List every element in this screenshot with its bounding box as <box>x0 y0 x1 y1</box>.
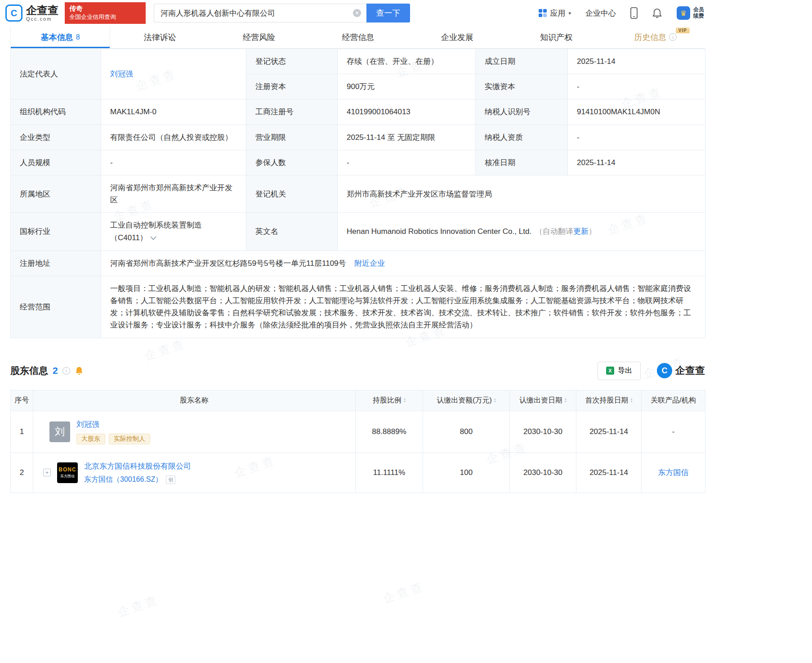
nearby-companies-link[interactable]: 附近企业 <box>354 259 385 268</box>
notification-bell-icon[interactable] <box>652 8 662 19</box>
shareholders-title: 股东信息 <box>10 364 48 377</box>
col-first-hold-date[interactable]: 首次持股日期▴▾ <box>576 390 642 411</box>
col-subscribe-date[interactable]: 认缴出资日期▴▾ <box>510 390 576 411</box>
tab-intellectual-property[interactable]: 知识产权 <box>507 26 606 48</box>
table-row-shareholder-1: 1 刘 刘冠强 大股东 实际控制人 88.8889% 800 <box>11 411 705 452</box>
label-company-type: 企业类型 <box>11 125 101 150</box>
sort-icon[interactable]: ▴▾ <box>565 398 567 403</box>
shareholders-count: 2 <box>53 365 58 376</box>
label-insured-count: 参保人数 <box>246 150 338 175</box>
shareholders-info-icon[interactable]: i <box>62 367 70 375</box>
qcc-stamp-icon: C <box>657 363 672 378</box>
apps-label: 应用 <box>550 8 565 18</box>
tab-history-info[interactable]: VIP 历史信息 i <box>606 26 705 48</box>
legal-rep-link[interactable]: 刘冠强 <box>110 70 133 78</box>
value-reg-capital: 900万元 <box>338 74 476 99</box>
vip-text-line1: 会员 <box>693 7 704 13</box>
vip-renewal-button[interactable]: ♛ 会员 续费 <box>677 6 704 20</box>
amount-cell: 100 <box>423 452 510 493</box>
watermark-text: 企查查 <box>143 336 188 364</box>
table-row: 企业类型 有限责任公司（自然人投资或控股） 营业期限 2025-11-14 至 … <box>11 125 705 150</box>
tag-actual-controller: 实际控制人 <box>109 434 150 444</box>
label-reg-authority: 登记机关 <box>246 175 338 212</box>
seq-cell: 1 <box>11 411 33 452</box>
shareholder-name-link[interactable]: 北京东方国信科技股份有限公司 <box>84 462 191 470</box>
label-reg-status: 登记状态 <box>246 49 338 74</box>
search-button[interactable]: 查一下 <box>366 4 410 22</box>
vip-crown-icon: ♛ <box>677 6 690 20</box>
enterprise-center-link[interactable]: 企业中心 <box>585 8 616 18</box>
col-subscribed-amount[interactable]: 认缴出资额(万元)▴▾ <box>423 390 510 411</box>
tab-legal-litigation[interactable]: 法律诉讼 <box>110 26 209 48</box>
expand-row-button[interactable]: + <box>43 469 51 476</box>
caret-down-icon: ▾ <box>568 10 571 16</box>
mobile-app-icon[interactable] <box>630 7 638 19</box>
tab-operating-risk[interactable]: 经营风险 <box>210 26 308 48</box>
chevron-down-icon[interactable] <box>150 233 156 242</box>
sort-icon[interactable]: ▴▾ <box>630 398 632 403</box>
value-insured-count: - <box>338 150 476 175</box>
value-approval-date: 2025-11-14 <box>568 150 705 175</box>
first-hold-date-cell: 2025-11-14 <box>576 452 642 493</box>
avatar: 刘 <box>49 421 70 442</box>
qcc-stamp-text: 企查查 <box>675 364 705 377</box>
apps-menu[interactable]: 应用 ▾ <box>539 8 571 18</box>
basic-info-table: 法定代表人 刘冠强 登记状态 存续（在营、开业、在册） 成立日期 2025-11… <box>10 49 705 338</box>
watermark-text: 企查查 <box>116 592 161 620</box>
monitor-bell-icon[interactable] <box>75 366 84 376</box>
amount-cell: 800 <box>423 411 510 452</box>
promo-badge[interactable]: 传奇 全国企业信用查询 <box>65 2 146 24</box>
table-row: 国标行业 工业自动控制系统装置制造（C4011） 英文名 Henan Human… <box>11 213 705 251</box>
bonc-logo: BONC 东方国信 <box>57 462 78 483</box>
promo-line1: 传奇 <box>69 4 141 13</box>
table-row: 法定代表人 刘冠强 登记状态 存续（在营、开业、在册） 成立日期 2025-11… <box>11 49 705 74</box>
vip-text-line2: 续费 <box>693 13 704 19</box>
top-header: C 企查查 Qcc.com 传奇 全国企业信用查询 ✕ 查一下 应用 ▾ 企业中… <box>0 0 812 26</box>
qcc-brand-stamp: C 企查查 <box>657 363 705 378</box>
value-est-date: 2025-11-14 <box>568 49 705 74</box>
tab-bar: 基本信息 8 法律诉讼 经营风险 经营信息 企业发展 知识产权 VIP 历史信息… <box>10 26 705 49</box>
label-english-name: 英文名 <box>246 213 338 251</box>
table-row: 人员规模 - 参保人数 - 核准日期 2025-11-14 <box>11 150 705 175</box>
value-business-scope: 一般项目：工业机器人制造；智能机器人的研发；智能机器人销售；工业机器人销售；工业… <box>101 276 705 338</box>
value-staff-size: - <box>101 150 246 175</box>
value-address: 河南省郑州市高新技术产业开发区红杉路59号5号楼一单元11层1109号 附近企业 <box>101 251 705 276</box>
label-taxpayer-qual: 纳税人资质 <box>476 125 568 150</box>
label-reg-capital: 注册资本 <box>246 74 338 99</box>
qcc-logo-icon: C <box>5 4 22 22</box>
label-legal-rep: 法定代表人 <box>11 49 101 99</box>
search-bar: ✕ 查一下 <box>154 4 410 22</box>
col-shareholder-name: 股东名称 <box>33 390 356 411</box>
export-button[interactable]: X 导出 <box>598 362 641 380</box>
tab-enterprise-development[interactable]: 企业发展 <box>408 26 507 48</box>
table-row: 所属地区 河南省郑州市郑州高新技术产业开发区 登记机关 郑州市高新技术产业开发区… <box>11 175 705 212</box>
sort-icon[interactable]: ▴▾ <box>494 398 496 403</box>
shareholder-name-link[interactable]: 刘冠强 <box>76 420 99 429</box>
ratio-cell: 11.1111% <box>356 452 423 493</box>
tab-basic-info[interactable]: 基本信息 8 <box>10 26 110 48</box>
tag-major-shareholder: 大股东 <box>76 434 105 444</box>
history-info-icon[interactable]: i <box>669 33 677 41</box>
clear-icon[interactable]: ✕ <box>353 9 361 17</box>
value-taxpayer-qual: - <box>568 125 705 150</box>
excel-icon: X <box>606 367 614 375</box>
col-ratio[interactable]: 持股比例▴▾ <box>356 390 423 411</box>
translate-update-link[interactable]: 更新 <box>573 227 589 236</box>
first-hold-date-cell: 2025-11-14 <box>576 411 642 452</box>
table-row: 组织机构代码 MAK1L4JM-0 工商注册号 410199001064013 … <box>11 99 705 125</box>
qcc-logo[interactable]: C 企查查 Qcc.com <box>5 4 58 22</box>
stock-code-link[interactable]: 东方国信（300166.SZ） <box>84 475 162 484</box>
sort-icon[interactable]: ▴▾ <box>404 398 406 403</box>
auto-translate-note: （自动翻译更新） <box>535 227 596 236</box>
value-taxpayer-id: 91410100MAK1L4JM0N <box>568 99 705 125</box>
label-taxpayer-id: 纳税人识别号 <box>476 99 568 125</box>
label-industry: 国标行业 <box>11 213 101 251</box>
label-est-date: 成立日期 <box>476 49 568 74</box>
tab-operating-info[interactable]: 经营信息 <box>308 26 407 48</box>
value-region: 河南省郑州市郑州高新技术产业开发区 <box>101 175 246 212</box>
related-product-link[interactable]: 东方国信 <box>658 468 689 477</box>
logo-en-text: Qcc.com <box>26 16 58 22</box>
label-business-scope: 经营范围 <box>11 276 101 338</box>
search-input[interactable] <box>154 4 366 22</box>
label-approval-date: 核准日期 <box>476 150 568 175</box>
